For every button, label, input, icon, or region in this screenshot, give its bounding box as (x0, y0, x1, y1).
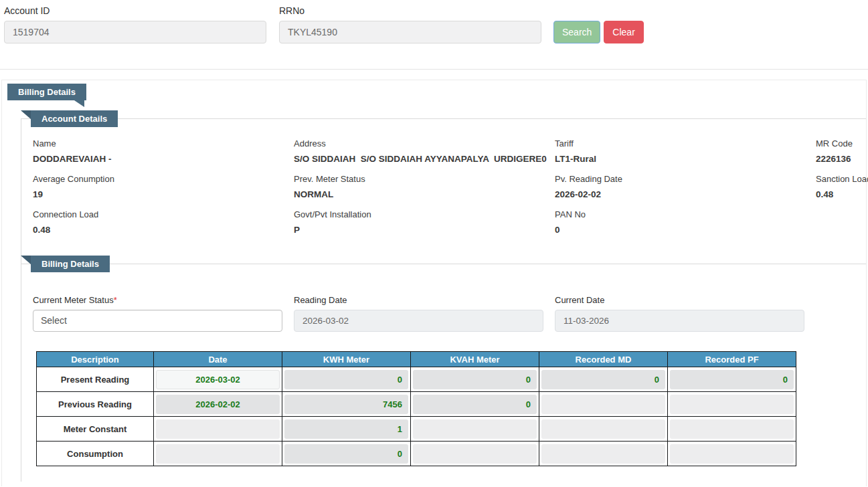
billing-details-panel: Billing Details Account Details Name DOD… (1, 80, 867, 486)
field-label: MR Code (816, 138, 866, 149)
field-label: Name (33, 138, 294, 149)
field-address: Address S/O SIDDAIAH S/O SIDDAIAH AYYANA… (294, 138, 555, 164)
account-details-ribbon-label: Account Details (41, 114, 107, 124)
previous-reading-kwh: 7456 (284, 395, 408, 414)
rrno-field-group: RRNo (279, 5, 541, 43)
account-id-label: Account ID (4, 5, 266, 16)
present-reading-kwh-input[interactable]: 0 (284, 370, 408, 389)
field-connection-load: Connection Load 0.48 (33, 209, 294, 235)
consumption-pf (670, 444, 794, 464)
field-tariff: Tariff LT1-Rural (555, 138, 816, 164)
search-panel: Account ID RRNo Search Clear (0, 0, 868, 43)
field-value: P (294, 225, 555, 235)
field-value: S/O SIDDAIAH S/O SIDDAIAH AYYANAPALYA UR… (294, 154, 555, 164)
reading-date-group: Reading Date (294, 295, 543, 332)
field-pv-reading-date: Pv. Reading Date 2026-02-02 (555, 174, 816, 199)
consumption-kvah (413, 444, 537, 464)
table-row-meter-constant: Meter Constant 1 (37, 417, 796, 442)
account-details-ribbon: Account Details (31, 110, 118, 127)
required-asterisk: * (114, 295, 117, 305)
current-meter-status-label: Current Meter Status* (33, 295, 282, 305)
rrno-label: RRNo (279, 5, 541, 16)
header-kwh-meter: KWH Meter (282, 352, 411, 367)
header-recorded-pf: Recorded PF (668, 352, 796, 367)
field-prev-meter-status: Prev. Meter Status NORMAL (294, 174, 555, 199)
header-kvah-meter: KVAH Meter (411, 352, 539, 367)
field-value: 0.48 (816, 189, 866, 199)
row-description: Meter Constant (37, 417, 154, 442)
field-label: Govt/Pvt Installation (294, 209, 555, 219)
reading-date-input (294, 310, 543, 332)
account-id-field-group: Account ID (4, 5, 266, 43)
field-value: NORMAL (294, 189, 555, 199)
field-pan-no: PAN No 0 (555, 209, 816, 235)
top-divider (0, 69, 868, 70)
meter-constant-pf (670, 419, 794, 439)
field-value: 0 (555, 225, 816, 235)
ribbon-tail (74, 100, 84, 107)
consumption-md (541, 444, 665, 464)
rrno-input[interactable] (279, 21, 541, 43)
row-description: Present Reading (37, 367, 154, 392)
table-row-present-reading: Present Reading 2026-03-02 0 0 0 0 (37, 367, 796, 392)
search-actions: Search Clear (553, 21, 644, 43)
current-date-input (555, 310, 804, 332)
meter-constant-md (541, 419, 665, 439)
search-button[interactable]: Search (553, 21, 600, 43)
header-date: Date (154, 352, 282, 367)
row-description: Consumption (37, 442, 154, 466)
field-average-consumption: Average Conumption 19 (33, 174, 294, 199)
field-label: Pv. Reading Date (555, 174, 816, 184)
billing-details-ribbon: Billing Details (7, 84, 86, 100)
field-label: Connection Load (33, 209, 294, 219)
billing-details-ribbon-label: Billing Details (18, 87, 76, 97)
consumption-kwh: 0 (284, 444, 408, 464)
field-value: LT1-Rural (555, 154, 816, 164)
field-label: Address (294, 138, 555, 149)
meter-constant-kvah (413, 419, 537, 439)
account-details-panel: Account Details Name DODDAREVAIAH - Addr… (21, 118, 866, 264)
present-reading-date-input[interactable]: 2026-03-02 (156, 370, 280, 389)
field-name: Name DODDAREVAIAH - (33, 138, 294, 164)
current-date-group: Current Date (555, 295, 804, 332)
previous-reading-pf (670, 395, 794, 414)
field-label: Tariff (555, 138, 816, 149)
table-row-previous-reading: Previous Reading 2026-02-02 7456 0 (37, 392, 796, 417)
ribbon-fold (21, 110, 31, 119)
header-description: Description (37, 352, 154, 367)
header-recorded-md: Recorded MD (539, 352, 668, 367)
consumption-date (156, 444, 280, 464)
account-id-input[interactable] (4, 21, 266, 43)
field-govt-pvt-installation: Govt/Pvt Installation P (294, 209, 555, 235)
current-meter-status-select[interactable]: Select (33, 310, 282, 332)
meter-readings-table: Description Date KWH Meter KVAH Meter Re… (36, 351, 796, 466)
table-header-row: Description Date KWH Meter KVAH Meter Re… (37, 352, 796, 367)
field-label: Sanction Load (816, 174, 866, 184)
field-sanction-load: Sanction Load 0.48 (816, 174, 866, 199)
clear-button[interactable]: Clear (604, 21, 643, 43)
previous-reading-date: 2026-02-02 (156, 395, 280, 414)
field-mr-code: MR Code 2226136 (816, 138, 866, 164)
field-value: 2026-02-02 (555, 189, 816, 199)
field-label: Average Conumption (33, 174, 294, 184)
row-description: Previous Reading (37, 392, 154, 417)
present-reading-md-input[interactable]: 0 (541, 370, 665, 389)
billing-details-sub-ribbon: Billing Details (31, 256, 110, 272)
billing-details-sub-ribbon-label: Billing Details (41, 259, 99, 269)
previous-reading-md (541, 395, 665, 414)
meter-constant-kwh: 1 (284, 419, 408, 439)
present-reading-pf-input[interactable]: 0 (670, 370, 794, 389)
field-label: PAN No (555, 209, 816, 219)
meter-constant-date (156, 419, 280, 439)
billing-details-subpanel: Billing Details Current Meter Status* Se… (21, 264, 866, 482)
previous-reading-kvah: 0 (413, 395, 537, 414)
account-details-grid: Name DODDAREVAIAH - Address S/O SIDDAIAH… (33, 138, 866, 245)
field-value: 19 (33, 189, 294, 199)
field-label: Prev. Meter Status (294, 174, 555, 184)
current-meter-status-group: Current Meter Status* Select (33, 295, 282, 332)
present-reading-kvah-input[interactable]: 0 (413, 370, 537, 389)
current-date-label: Current Date (555, 295, 804, 305)
reading-date-label: Reading Date (294, 295, 543, 305)
field-value: DODDAREVAIAH - (33, 154, 294, 164)
field-value: 2226136 (816, 154, 866, 164)
